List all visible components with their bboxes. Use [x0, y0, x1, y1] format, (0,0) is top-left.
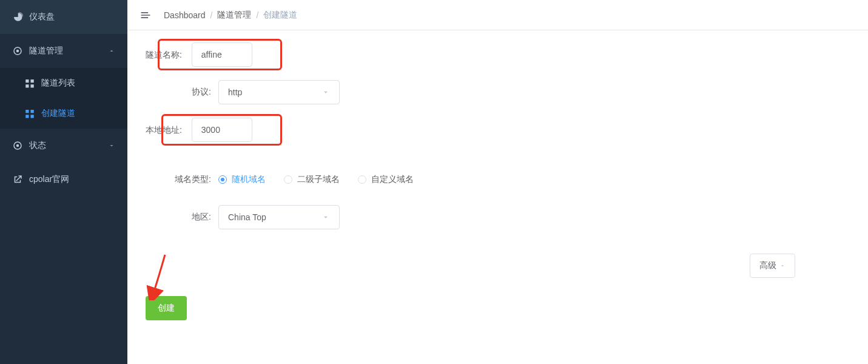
create-icon — [24, 108, 35, 119]
radio-label: 自定义域名 — [371, 174, 414, 185]
sidebar-item-label: 隧道列表 — [41, 78, 75, 89]
sidebar-item-status[interactable]: 状态 — [0, 129, 127, 163]
sidebar-item-tunnel-list[interactable]: 隧道列表 — [0, 68, 127, 98]
topbar: Dashboard / 隧道管理 / 创建隧道 — [127, 0, 868, 30]
external-icon — [12, 174, 23, 185]
status-icon — [12, 140, 23, 151]
radio-label: 随机域名 — [232, 174, 266, 185]
svg-rect-3 — [31, 79, 34, 83]
region-label: 地区: — [146, 212, 218, 223]
svg-point-1 — [16, 50, 19, 53]
region-select[interactable]: China Top — [218, 205, 340, 229]
advanced-button[interactable]: 高级 — [750, 254, 795, 278]
domain-type-label: 域名类型: — [146, 174, 218, 185]
row-protocol: 协议: http — [146, 80, 850, 104]
sidebar-item-label: 仪表盘 — [29, 12, 55, 22]
breadcrumb-current: 创建隧道 — [263, 10, 297, 21]
list-icon — [24, 78, 35, 89]
protocol-select[interactable]: http — [218, 80, 340, 104]
protocol-value: http — [228, 87, 242, 97]
svg-rect-7 — [31, 110, 34, 113]
svg-rect-9 — [31, 115, 34, 118]
tunnel-icon — [12, 46, 23, 56]
svg-rect-8 — [25, 115, 29, 118]
chevron-down-icon — [321, 213, 330, 221]
sidebar-item-label: cpolar官网 — [29, 174, 69, 185]
chevron-down-icon — [321, 88, 330, 96]
radio-custom-domain[interactable]: 自定义域名 — [358, 174, 414, 185]
svg-rect-4 — [25, 84, 29, 87]
sidebar-item-tunnel-mgmt[interactable]: 隧道管理 — [0, 34, 127, 68]
breadcrumb-tunnel-mgmt[interactable]: 隧道管理 — [217, 10, 251, 21]
sidebar: 仪表盘 隧道管理 隧道列表 创建隧道 状态 cpolar官网 — [0, 0, 127, 364]
main: Dashboard / 隧道管理 / 创建隧道 隧道名称: 协议: http — [127, 0, 868, 364]
dashboard-icon — [12, 12, 23, 22]
breadcrumb-sep: / — [210, 10, 213, 20]
svg-point-11 — [16, 144, 19, 147]
local-addr-input[interactable] — [192, 118, 252, 142]
sidebar-item-label: 隧道管理 — [29, 46, 63, 56]
sidebar-item-cpolar-site[interactable]: cpolar官网 — [0, 163, 127, 197]
row-local-addr: 本地地址: — [146, 118, 252, 142]
row-domain-type: 域名类型: 随机域名 二级子域名 自定义域名 — [146, 167, 850, 192]
sidebar-item-label: 创建隧道 — [41, 108, 75, 119]
chevron-down-icon — [108, 142, 115, 149]
sidebar-item-dashboard[interactable]: 仪表盘 — [0, 0, 127, 34]
local-addr-label: 本地地址: — [146, 125, 189, 135]
radio-icon — [284, 175, 292, 184]
tunnel-name-input[interactable] — [192, 42, 252, 67]
sidebar-item-label: 状态 — [29, 140, 46, 151]
region-value: China Top — [228, 212, 266, 222]
row-submit: 创建 — [146, 296, 850, 320]
radio-icon — [358, 175, 366, 184]
svg-rect-5 — [31, 84, 34, 87]
breadcrumb-dashboard[interactable]: Dashboard — [164, 10, 206, 20]
radio-subdomain[interactable]: 二级子域名 — [284, 174, 340, 185]
svg-rect-6 — [25, 110, 29, 113]
protocol-label: 协议: — [146, 87, 218, 98]
breadcrumb: Dashboard / 隧道管理 / 创建隧道 — [164, 10, 297, 21]
svg-rect-2 — [25, 79, 29, 83]
caret-down-icon — [779, 263, 786, 269]
radio-label: 二级子域名 — [297, 174, 340, 185]
advanced-label: 高级 — [759, 260, 776, 271]
sidebar-item-create-tunnel[interactable]: 创建隧道 — [0, 98, 127, 129]
row-tunnel-name: 隧道名称: — [146, 42, 252, 67]
hamburger-icon[interactable] — [140, 9, 152, 21]
create-button[interactable]: 创建 — [146, 296, 187, 320]
tunnel-name-label: 隧道名称: — [146, 50, 189, 59]
domain-type-radio-group: 随机域名 二级子域名 自定义域名 — [218, 174, 414, 185]
row-advanced: 高级 — [146, 254, 850, 278]
create-label: 创建 — [158, 303, 175, 314]
radio-random-domain[interactable]: 随机域名 — [218, 174, 266, 185]
row-region: 地区: China Top — [146, 205, 850, 229]
radio-icon — [218, 175, 227, 184]
breadcrumb-sep: / — [256, 10, 258, 20]
form-content: 隧道名称: 协议: http 本地地址: 域名类型: — [127, 30, 868, 332]
chevron-up-icon — [108, 47, 115, 55]
